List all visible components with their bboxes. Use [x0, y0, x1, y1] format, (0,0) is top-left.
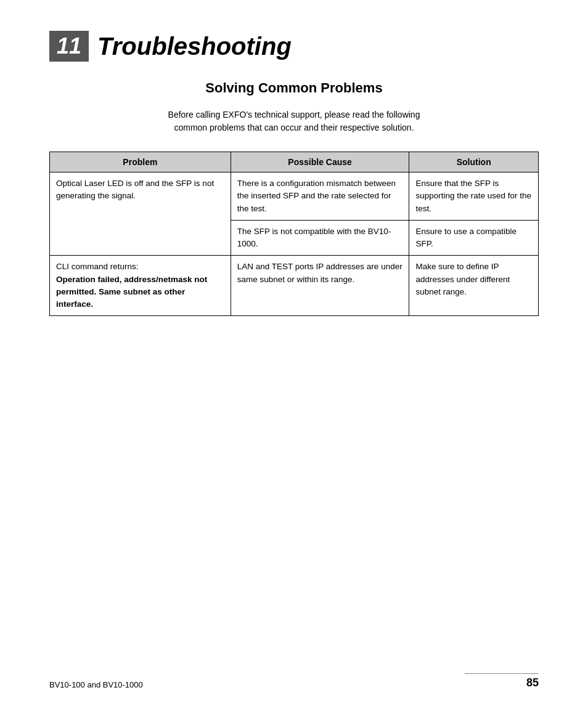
cause-text-1b: The SFP is not compatible with the BV10-… — [237, 227, 391, 248]
solution-text-1b: Ensure to use a compatible SFP. — [415, 227, 517, 248]
page-number: 85 — [526, 676, 539, 689]
table-row: Optical Laser LED is off and the SFP is … — [50, 172, 539, 221]
footer-product-label: BV10-100 and BV10-1000 — [49, 680, 143, 689]
problem-prefix-2: CLI command returns: — [56, 262, 139, 271]
solution-text-1a: Ensure that the SFP is supporting the ra… — [415, 179, 531, 213]
problem-cell-2: CLI command returns: Operation failed, a… — [50, 256, 231, 316]
section-title: Solving Common Problems — [49, 80, 539, 96]
chapter-number: 11 — [49, 31, 89, 62]
page-container: 11 Troubleshooting Solving Common Proble… — [0, 0, 588, 714]
problem-text-1: Optical Laser LED is off and the SFP is … — [56, 179, 214, 200]
solution-cell-1b: Ensure to use a compatible SFP. — [409, 220, 539, 256]
cause-cell-1a: There is a configuration mismatch betwee… — [231, 172, 409, 221]
header-cause: Possible Cause — [231, 152, 409, 172]
problem-bold-text-2: Operation failed, address/netmask not pe… — [56, 275, 207, 309]
cause-cell-1b: The SFP is not compatible with the BV10-… — [231, 220, 409, 256]
solution-text-2a: Make sure to define IP addresses under d… — [415, 262, 510, 296]
solution-cell-2a: Make sure to define IP addresses under d… — [409, 256, 539, 316]
intro-text: Before calling EXFO's technical support,… — [49, 108, 539, 134]
problems-table: Problem Possible Cause Solution Optical … — [49, 152, 539, 316]
chapter-header: 11 Troubleshooting — [49, 31, 539, 62]
table-row: CLI command returns: Operation failed, a… — [50, 256, 539, 316]
header-problem: Problem — [50, 152, 231, 172]
cause-text-2a: LAN and TEST ports IP addresses are unde… — [237, 262, 402, 283]
chapter-title: Troubleshooting — [97, 33, 292, 60]
page-footer: BV10-100 and BV10-1000 85 — [49, 673, 539, 690]
cause-text-1a: There is a configuration mismatch betwee… — [237, 179, 396, 213]
footer-divider — [465, 673, 539, 675]
problem-cell-1: Optical Laser LED is off and the SFP is … — [50, 172, 231, 256]
header-solution: Solution — [409, 152, 539, 172]
cause-cell-2a: LAN and TEST ports IP addresses are unde… — [231, 256, 409, 316]
footer-right: 85 — [465, 673, 539, 690]
solution-cell-1a: Ensure that the SFP is supporting the ra… — [409, 172, 539, 221]
table-header-row: Problem Possible Cause Solution — [50, 152, 539, 172]
